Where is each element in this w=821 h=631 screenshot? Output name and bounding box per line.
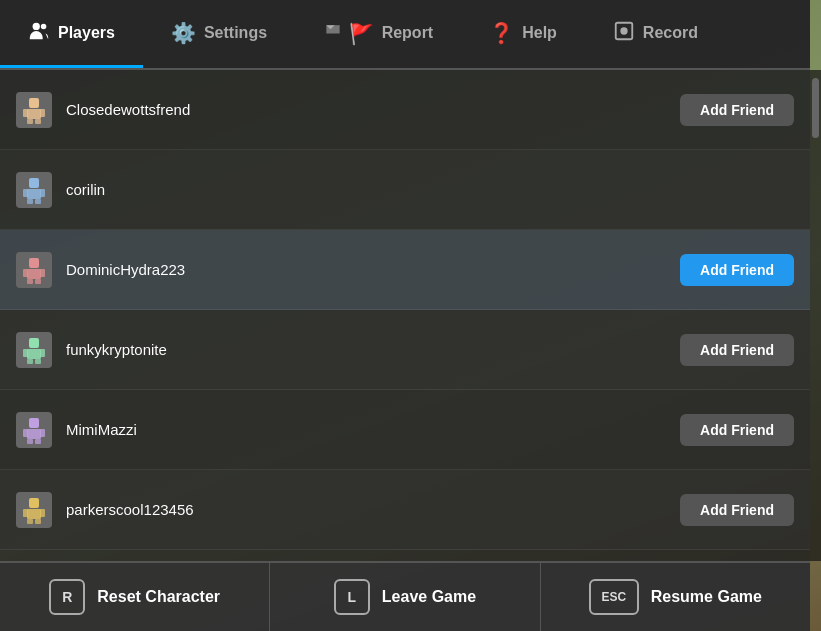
reset-key-badge: R xyxy=(49,579,85,615)
svg-rect-28 xyxy=(29,418,39,428)
svg-rect-17 xyxy=(27,269,41,279)
player-avatar xyxy=(16,492,52,528)
svg-rect-39 xyxy=(35,519,41,524)
player-row[interactable]: Closedewottsfrend Add Friend xyxy=(0,70,810,150)
main-panel: Players ⚙️ Settings 🚩 Report ❓ Help xyxy=(0,0,810,631)
player-avatar xyxy=(16,92,52,128)
resume-game-button[interactable]: ESC Resume Game xyxy=(541,563,810,631)
tab-settings-label: Settings xyxy=(204,24,267,42)
svg-rect-24 xyxy=(23,349,28,357)
svg-rect-34 xyxy=(29,498,39,508)
player-name: funkykryptonite xyxy=(66,341,680,358)
leave-game-button[interactable]: L Leave Game xyxy=(270,563,540,631)
player-row[interactable]: funkykryptonite Add Friend xyxy=(0,310,810,390)
svg-rect-38 xyxy=(27,519,33,524)
svg-rect-37 xyxy=(40,509,45,517)
tab-players-label: Players xyxy=(58,24,115,42)
svg-rect-32 xyxy=(27,439,33,444)
record-icon xyxy=(613,20,635,45)
scrollbar-thumb[interactable] xyxy=(812,78,819,138)
players-icon xyxy=(28,20,50,45)
svg-rect-8 xyxy=(27,119,33,124)
svg-rect-10 xyxy=(29,178,39,188)
svg-rect-6 xyxy=(23,109,28,117)
player-avatar xyxy=(16,252,52,288)
svg-rect-21 xyxy=(35,279,41,284)
svg-point-0 xyxy=(33,23,40,30)
help-icon: ❓ xyxy=(489,23,514,43)
player-avatar xyxy=(16,172,52,208)
player-name: Closedewottsfrend xyxy=(66,101,680,118)
player-name: MimiMazzi xyxy=(66,421,680,438)
svg-rect-11 xyxy=(27,189,41,199)
svg-rect-31 xyxy=(40,429,45,437)
svg-rect-36 xyxy=(23,509,28,517)
svg-rect-33 xyxy=(35,439,41,444)
player-name: parkerscool123456 xyxy=(66,501,680,518)
add-friend-button[interactable]: Add Friend xyxy=(680,94,794,126)
svg-point-3 xyxy=(620,27,627,34)
player-row[interactable]: DominicHydra223 Add Friend xyxy=(0,230,810,310)
player-name: corilin xyxy=(66,181,794,198)
player-name: DominicHydra223 xyxy=(66,261,680,278)
svg-rect-18 xyxy=(23,269,28,277)
reset-character-button[interactable]: R Reset Character xyxy=(0,563,270,631)
tab-help[interactable]: ❓ Help xyxy=(461,0,585,68)
svg-rect-16 xyxy=(29,258,39,268)
player-list: Closedewottsfrend Add Friend corilin xyxy=(0,70,810,561)
settings-icon: ⚙️ xyxy=(171,23,196,43)
svg-rect-4 xyxy=(29,98,39,108)
resume-game-label: Resume Game xyxy=(651,588,762,606)
resume-key-badge: ESC xyxy=(589,579,639,615)
svg-rect-15 xyxy=(35,199,41,204)
svg-rect-7 xyxy=(40,109,45,117)
add-friend-button[interactable]: Add Friend xyxy=(680,494,794,526)
player-avatar xyxy=(16,412,52,448)
add-friend-button[interactable]: Add Friend xyxy=(680,334,794,366)
bottom-bar: R Reset Character L Leave Game ESC Resum… xyxy=(0,561,810,631)
player-avatar xyxy=(16,332,52,368)
tab-bar: Players ⚙️ Settings 🚩 Report ❓ Help xyxy=(0,0,810,70)
leave-key-badge: L xyxy=(334,579,370,615)
svg-rect-19 xyxy=(40,269,45,277)
svg-rect-26 xyxy=(27,359,33,364)
svg-rect-27 xyxy=(35,359,41,364)
leave-game-label: Leave Game xyxy=(382,588,476,606)
svg-rect-14 xyxy=(27,199,33,204)
tab-report-label: Report xyxy=(382,24,434,42)
svg-rect-12 xyxy=(23,189,28,197)
svg-rect-29 xyxy=(27,429,41,439)
svg-point-1 xyxy=(41,24,47,30)
tab-report[interactable]: 🚩 Report xyxy=(295,0,461,68)
report-icon: 🚩 xyxy=(323,21,374,44)
add-friend-button[interactable]: Add Friend xyxy=(680,254,794,286)
add-friend-button[interactable]: Add Friend xyxy=(680,414,794,446)
svg-rect-13 xyxy=(40,189,45,197)
svg-rect-5 xyxy=(27,109,41,119)
svg-rect-35 xyxy=(27,509,41,519)
tab-record-label: Record xyxy=(643,24,698,42)
tab-help-label: Help xyxy=(522,24,557,42)
player-row[interactable]: parkerscool123456 Add Friend xyxy=(0,470,810,550)
svg-rect-9 xyxy=(35,119,41,124)
svg-rect-22 xyxy=(29,338,39,348)
player-row[interactable]: corilin xyxy=(0,150,810,230)
player-row[interactable]: MimiMazzi Add Friend xyxy=(0,390,810,470)
tab-record[interactable]: Record xyxy=(585,0,726,68)
tab-settings[interactable]: ⚙️ Settings xyxy=(143,0,295,68)
tab-players[interactable]: Players xyxy=(0,0,143,68)
svg-rect-25 xyxy=(40,349,45,357)
svg-rect-23 xyxy=(27,349,41,359)
scrollbar[interactable] xyxy=(810,70,821,561)
svg-rect-30 xyxy=(23,429,28,437)
reset-character-label: Reset Character xyxy=(97,588,220,606)
svg-rect-20 xyxy=(27,279,33,284)
